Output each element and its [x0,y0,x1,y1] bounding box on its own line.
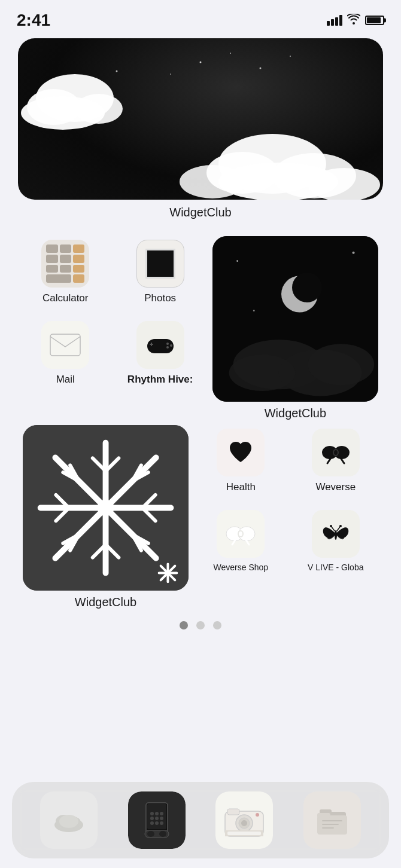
dock-camera-icon [215,791,273,849]
widget-middle[interactable] [212,236,378,402]
svg-point-79 [155,812,159,815]
svg-point-97 [256,813,259,817]
dock-phone-icon [128,791,186,849]
svg-point-75 [59,815,78,828]
app-weverse-col: Weverse [288,420,383,609]
app-photos[interactable]: Photos [113,231,207,313]
svg-point-22 [166,346,169,349]
weverse-shop-label: Weverse Shop [214,563,269,572]
widget-snowflake-label: WidgetClub [75,595,136,609]
svg-point-78 [150,812,154,815]
status-icons [327,14,384,27]
dock-item-phone[interactable] [128,791,186,849]
svg-point-28 [229,354,296,391]
widget-middle-label: WidgetClub [265,407,326,420]
rhythm-hive-label: Rhythm Hive: [127,374,193,386]
widget-top-label: WidgetClub [18,206,383,219]
svg-point-67 [335,530,337,540]
svg-point-29 [308,344,374,385]
svg-point-85 [155,821,159,825]
svg-point-81 [150,817,154,820]
svg-point-62 [239,531,242,536]
calculator-label: Calculator [42,292,89,304]
widget-middle-col: WidgetClub [208,231,383,420]
app-weverse-shop[interactable]: Weverse Shop [193,502,288,580]
app-weverse[interactable]: Weverse [288,420,383,502]
app-calculator[interactable]: Calculator [18,231,113,313]
svg-point-70 [330,525,332,527]
weverse-icon [312,429,360,476]
calculator-icon [41,240,89,288]
svg-point-25 [292,273,322,302]
app-rhythm-hive[interactable]: Rhythm Hive: [113,313,207,394]
widget-snowflake[interactable] [23,425,189,591]
mail-icon [41,321,89,369]
svg-rect-19 [151,343,152,346]
app-health-col: Health Weverse Shop [193,420,288,609]
status-time: 2:41 [17,11,50,30]
main-content: WidgetClub Calculator [0,32,401,629]
widget-snowflake-col: WidgetClub [18,420,193,609]
widget-top[interactable] [18,38,383,200]
svg-point-88 [147,831,154,837]
svg-rect-103 [322,824,339,825]
svg-rect-16 [50,334,80,356]
dock-cloud-icon [40,791,98,849]
svg-point-84 [150,821,154,825]
dock [12,782,389,858]
svg-rect-91 [227,809,239,815]
photos-icon [136,240,184,288]
svg-point-86 [160,821,163,825]
dock-files-icon [303,791,361,849]
svg-point-21 [170,344,172,347]
svg-point-30 [236,260,238,262]
svg-point-8 [290,56,291,57]
svg-point-83 [160,817,163,820]
left-apps-col2: Photos Rhythm Hive: [113,231,207,420]
app-mail[interactable]: Mail [18,313,113,394]
svg-rect-101 [317,813,330,818]
mail-label: Mail [56,374,75,386]
svg-point-20 [166,343,169,345]
row2: Calculator Mail Photos [18,231,383,420]
svg-point-80 [160,812,163,815]
health-label: Health [226,481,256,493]
svg-point-3 [21,96,105,130]
vlive-label: V LIVE - Globa [308,563,363,572]
svg-point-7 [260,68,262,69]
status-bar: 2:41 [0,0,401,32]
svg-rect-104 [322,827,334,829]
svg-point-54 [98,500,114,516]
dock-item-camera[interactable] [215,791,273,849]
svg-rect-17 [147,339,174,353]
svg-rect-96 [227,832,261,835]
svg-point-15 [116,71,118,72]
page-dot-2[interactable] [196,621,205,629]
left-apps-col1: Calculator Mail [18,231,113,420]
app-vlive[interactable]: V LIVE - Globa [288,502,383,580]
row3: WidgetClub Health [18,420,383,609]
svg-point-31 [352,252,354,254]
svg-point-89 [159,831,166,837]
svg-point-5 [230,53,231,54]
svg-point-82 [155,817,159,820]
dock-item-files[interactable] [303,791,361,849]
page-dot-1[interactable] [180,621,188,629]
svg-point-4 [200,62,202,63]
svg-rect-102 [322,820,342,821]
page-dots [18,621,383,629]
dock-item-cloud[interactable] [40,791,98,849]
svg-point-66 [334,450,338,455]
photos-label: Photos [144,292,176,304]
battery-icon [365,16,384,25]
svg-point-6 [170,74,171,75]
gamepad-icon [136,321,184,369]
app-health[interactable]: Health [193,420,288,502]
svg-point-94 [241,820,247,826]
weverse-shop-icon [217,510,265,558]
page-dot-3[interactable] [213,621,221,629]
vlive-icon [312,510,360,558]
health-icon [217,429,265,476]
svg-point-71 [339,525,342,527]
wifi-icon [347,14,360,27]
